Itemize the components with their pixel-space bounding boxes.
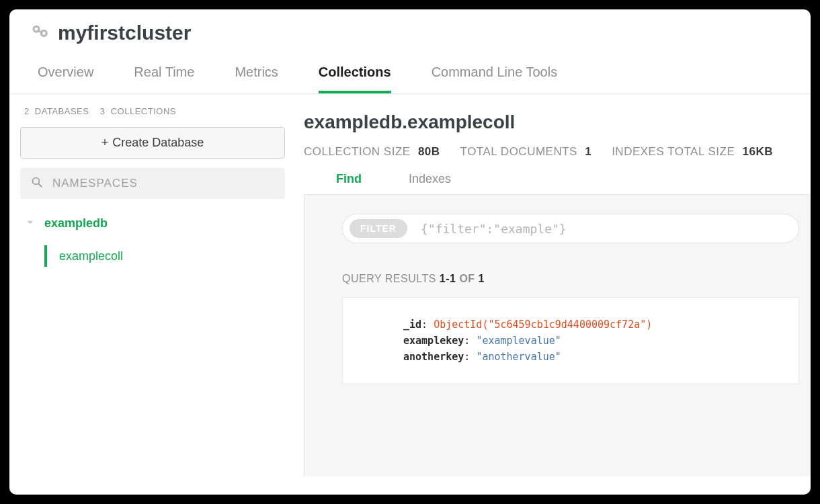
subtab-indexes[interactable]: Indexes	[409, 172, 451, 194]
document-id-value: ObjectId("5c6459cb1c9d4400009cf72a")	[434, 319, 652, 331]
tab-real-time[interactable]: Real Time	[134, 65, 194, 93]
metric-collection-size: COLLECTION SIZE 80B	[304, 145, 440, 159]
namespaces-label: NAMESPACES	[52, 177, 138, 190]
svg-line-3	[38, 183, 42, 187]
tab-collections[interactable]: Collections	[319, 65, 391, 93]
results-total: 1	[479, 273, 485, 284]
total-documents-value: 1	[585, 145, 591, 158]
db-count-label: DATABASES	[35, 106, 89, 116]
namespaces-search[interactable]: NAMESPACES	[20, 168, 285, 199]
sidebar-stats: 2 DATABASES 3 COLLECTIONS	[20, 106, 285, 116]
filter-bar: FILTER	[342, 214, 799, 243]
document-field-2: anotherkey: "anothervalue"	[403, 349, 798, 365]
subtab-find[interactable]: Find	[336, 172, 362, 194]
filter-pill: FILTER	[350, 219, 407, 238]
collection-metrics: COLLECTION SIZE 80B TOTAL DOCUMENTS 1 IN…	[304, 145, 811, 159]
collection-name: examplecoll	[59, 249, 123, 263]
database-name: exampledb	[44, 216, 108, 230]
document-field-1: examplekey: "examplevalue"	[403, 333, 798, 349]
chevron-down-icon	[26, 218, 35, 230]
cluster-header: myfirstcluster	[9, 9, 811, 51]
tab-cli-tools[interactable]: Command Line Tools	[432, 65, 558, 93]
plus-icon: +	[101, 136, 109, 150]
results-range: 1-1	[440, 273, 456, 284]
main-tabs: Overview Real Time Metrics Collections C…	[9, 51, 811, 94]
active-indicator	[44, 245, 47, 267]
tab-overview[interactable]: Overview	[38, 65, 93, 93]
collection-subtabs: Find Indexes	[304, 172, 811, 194]
search-icon	[31, 176, 43, 191]
document-card[interactable]: _id: ObjectId("5c6459cb1c9d4400009cf72a"…	[342, 297, 799, 384]
coll-count: 3	[100, 106, 106, 116]
create-database-button[interactable]: + Create Database	[20, 127, 285, 159]
namespace-title: exampledb.examplecoll	[304, 112, 811, 133]
metric-total-documents: TOTAL DOCUMENTS 1	[460, 145, 592, 159]
sidebar: 2 DATABASES 3 COLLECTIONS + Create Datab…	[9, 94, 292, 480]
metric-indexes-size: INDEXES TOTAL SIZE 16KB	[612, 145, 773, 159]
filter-input[interactable]	[421, 222, 792, 236]
cluster-icon	[30, 22, 50, 44]
db-count: 2	[24, 106, 30, 116]
create-database-label: Create Database	[112, 136, 204, 150]
sidebar-collection-row[interactable]: examplecoll	[44, 245, 285, 267]
main-content: exampledb.examplecoll COLLECTION SIZE 80…	[292, 94, 811, 480]
document-field-id: _id: ObjectId("5c6459cb1c9d4400009cf72a"…	[403, 317, 798, 333]
tab-metrics[interactable]: Metrics	[235, 65, 278, 93]
collection-size-value: 80B	[418, 145, 440, 158]
find-panel: FILTER QUERY RESULTS 1-1 OF 1 _id: Objec…	[304, 194, 811, 476]
cluster-name: myfirstcluster	[58, 22, 191, 44]
coll-count-label: COLLECTIONS	[111, 106, 176, 116]
indexes-size-value: 16KB	[743, 145, 773, 158]
sidebar-database-row[interactable]: exampledb	[20, 211, 285, 236]
query-results-summary: QUERY RESULTS 1-1 OF 1	[342, 273, 811, 285]
